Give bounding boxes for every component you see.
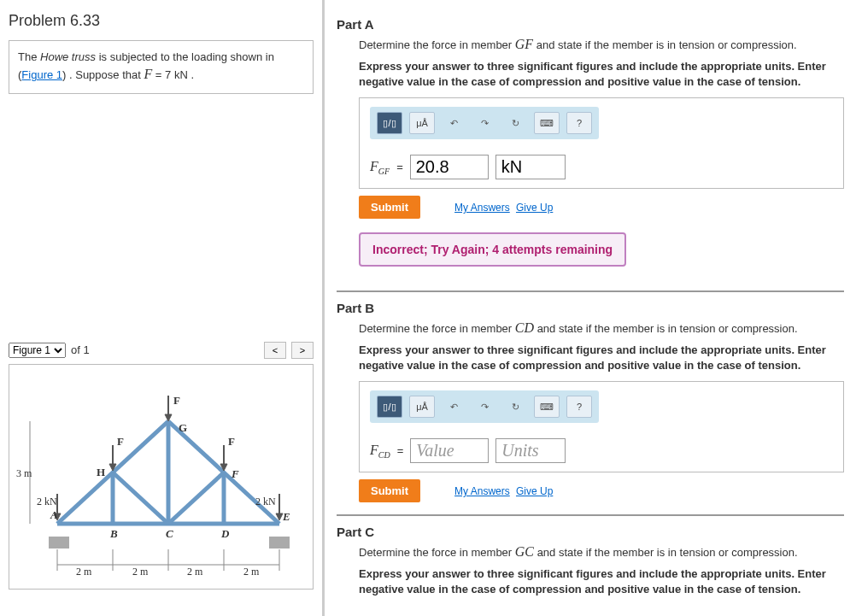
- problem-title: Problem 6.33: [9, 12, 314, 30]
- svg-text:2 m: 2 m: [132, 566, 149, 578]
- toolbar: ▯/▯ μÅ ↶ ↷ ↻ ⌨ ?: [370, 107, 599, 139]
- svg-text:F: F: [228, 435, 235, 448]
- figure-next[interactable]: >: [291, 342, 314, 359]
- svg-text:3 m: 3 m: [16, 467, 32, 479]
- figure-nav: Figure 1 of 1 < >: [9, 342, 314, 359]
- variable: F: [144, 67, 152, 81]
- value-input[interactable]: [410, 155, 489, 179]
- undo-icon[interactable]: ↶: [442, 113, 466, 133]
- unit-input[interactable]: [495, 155, 566, 179]
- help-icon[interactable]: ?: [566, 396, 592, 418]
- part-a-title: Part A: [337, 9, 844, 32]
- figure-select[interactable]: Figure 1: [9, 343, 66, 358]
- svg-text:2 m: 2 m: [187, 566, 203, 578]
- part-b-prompt: Determine the force in member CD and sta…: [359, 320, 844, 336]
- svg-text:2 kN: 2 kN: [255, 496, 276, 507]
- equals: =: [397, 444, 404, 457]
- svg-line-6: [113, 472, 168, 524]
- undo-icon[interactable]: ↶: [442, 396, 466, 417]
- svg-marker-9: [165, 414, 172, 421]
- help-icon[interactable]: ?: [566, 112, 592, 134]
- toolbar: ▯/▯ μÅ ↶ ↷ ↻ ⌨ ?: [370, 390, 599, 423]
- template-icon[interactable]: ▯/▯: [377, 112, 402, 134]
- part-c-prompt: Determine the force in member GC and sta…: [359, 544, 844, 560]
- right-panel: Part A Determine the force in member GF …: [325, 0, 856, 616]
- svg-text:F: F: [173, 394, 180, 407]
- svg-text:E: E: [282, 510, 290, 523]
- svg-text:B: B: [109, 527, 118, 540]
- svg-text:C: C: [166, 527, 173, 540]
- figure-image: F G F F H F A B C D E 3 m 2 kN 2 kN 2 m: [9, 364, 314, 590]
- template-icon[interactable]: ▯/▯: [377, 396, 402, 418]
- svg-rect-19: [269, 537, 290, 549]
- my-answers-link[interactable]: My Answers: [454, 202, 510, 214]
- svg-rect-18: [49, 537, 69, 549]
- units-icon[interactable]: μÅ: [409, 112, 435, 134]
- figure-link[interactable]: Figure 1: [21, 68, 62, 81]
- give-up-link[interactable]: Give Up: [516, 202, 553, 214]
- left-panel: Problem 6.33 The Howe truss is subjected…: [0, 0, 325, 616]
- text-italic: Howe truss: [40, 50, 96, 63]
- part-b-title: Part B: [337, 290, 844, 315]
- figure-prev[interactable]: <: [264, 342, 286, 359]
- my-answers-link[interactable]: My Answers: [454, 485, 510, 497]
- svg-text:A: A: [50, 508, 58, 521]
- svg-text:F: F: [117, 435, 124, 448]
- value-input[interactable]: Value: [410, 438, 489, 463]
- svg-text:H: H: [97, 466, 105, 478]
- keyboard-icon[interactable]: ⌨: [534, 396, 560, 418]
- svg-text:2 m: 2 m: [76, 566, 92, 578]
- units-icon[interactable]: μÅ: [409, 396, 435, 418]
- text: = 7 kN .: [152, 68, 194, 81]
- submit-button[interactable]: Submit: [359, 196, 420, 219]
- feedback-msg: Incorrect; Try Again; 4 attempts remaini…: [359, 232, 626, 267]
- figure-count: of 1: [71, 343, 90, 356]
- submit-button[interactable]: Submit: [359, 479, 420, 502]
- unit-input[interactable]: Units: [495, 438, 566, 463]
- part-c-title: Part C: [337, 514, 844, 539]
- part-a-prompt: Determine the force in member GF and sta…: [359, 37, 844, 52]
- reset-icon[interactable]: ↻: [503, 113, 527, 133]
- redo-icon[interactable]: ↷: [472, 396, 496, 417]
- svg-text:G: G: [179, 421, 187, 434]
- problem-statement: The Howe truss is subjected to the loadi…: [9, 40, 314, 94]
- text: The: [18, 50, 40, 63]
- reset-icon[interactable]: ↻: [503, 396, 527, 417]
- part-b-answerbox: ▯/▯ μÅ ↶ ↷ ↻ ⌨ ? FCD = Value Units: [359, 381, 844, 472]
- equals: =: [396, 161, 403, 173]
- text: ) . Suppose that: [62, 68, 144, 81]
- part-a-answerbox: ▯/▯ μÅ ↶ ↷ ↻ ⌨ ? FGF =: [359, 97, 844, 189]
- svg-line-7: [168, 472, 224, 524]
- redo-icon[interactable]: ↷: [472, 113, 496, 133]
- keyboard-icon[interactable]: ⌨: [534, 112, 560, 134]
- svg-text:2 kN: 2 kN: [37, 496, 57, 507]
- give-up-link[interactable]: Give Up: [516, 485, 553, 497]
- svg-text:D: D: [220, 527, 230, 540]
- svg-text:2 m: 2 m: [243, 566, 260, 578]
- part-a-instr: Express your answer to three significant…: [359, 59, 844, 89]
- part-c-instr: Express your answer to three significant…: [359, 566, 844, 596]
- svg-text:F: F: [231, 467, 239, 480]
- part-b-instr: Express your answer to three significant…: [359, 343, 844, 373]
